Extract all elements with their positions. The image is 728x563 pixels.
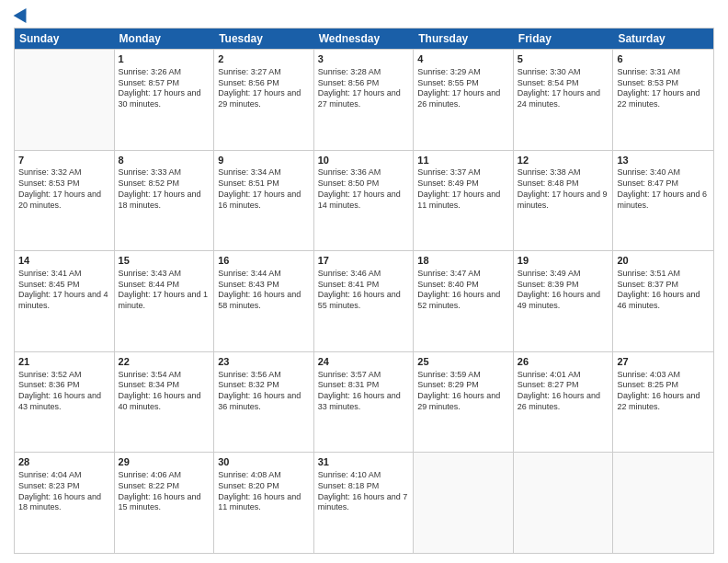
calendar-cell bbox=[15, 50, 115, 150]
calendar-cell: 7Sunrise: 3:32 AM Sunset: 8:53 PM Daylig… bbox=[15, 151, 115, 251]
calendar-cell: 25Sunrise: 3:59 AM Sunset: 8:29 PM Dayli… bbox=[414, 352, 514, 453]
day-number: 10 bbox=[318, 154, 410, 167]
calendar-cell: 30Sunrise: 4:08 AM Sunset: 8:20 PM Dayli… bbox=[214, 453, 314, 553]
cell-info: Sunrise: 3:59 AM Sunset: 8:29 PM Dayligh… bbox=[417, 370, 509, 413]
cell-info: Sunrise: 3:43 AM Sunset: 8:44 PM Dayligh… bbox=[119, 269, 210, 312]
day-number: 11 bbox=[417, 154, 509, 167]
day-number: 14 bbox=[18, 254, 110, 268]
day-number: 31 bbox=[318, 455, 410, 469]
day-number: 22 bbox=[119, 355, 210, 369]
cell-info: Sunrise: 3:30 AM Sunset: 8:54 PM Dayligh… bbox=[518, 67, 609, 110]
calendar-cell: 28Sunrise: 4:04 AM Sunset: 8:23 PM Dayli… bbox=[15, 453, 115, 553]
header-day-saturday: Saturday bbox=[613, 29, 713, 49]
cell-info: Sunrise: 3:56 AM Sunset: 8:32 PM Dayligh… bbox=[218, 370, 310, 413]
calendar-cell: 6Sunrise: 3:31 AM Sunset: 8:53 PM Daylig… bbox=[613, 50, 713, 150]
calendar: SundayMondayTuesdayWednesdayThursdayFrid… bbox=[14, 28, 714, 554]
cell-info: Sunrise: 4:01 AM Sunset: 8:27 PM Dayligh… bbox=[518, 370, 609, 413]
calendar-cell: 26Sunrise: 4:01 AM Sunset: 8:27 PM Dayli… bbox=[514, 352, 614, 453]
cell-info: Sunrise: 3:38 AM Sunset: 8:48 PM Dayligh… bbox=[518, 167, 609, 211]
cell-info: Sunrise: 3:54 AM Sunset: 8:34 PM Dayligh… bbox=[119, 370, 210, 413]
day-number: 21 bbox=[18, 355, 110, 369]
day-number: 5 bbox=[518, 52, 609, 66]
cell-info: Sunrise: 3:29 AM Sunset: 8:55 PM Dayligh… bbox=[417, 67, 509, 110]
day-number: 8 bbox=[119, 154, 210, 167]
day-number: 19 bbox=[518, 254, 609, 268]
cell-info: Sunrise: 4:08 AM Sunset: 8:20 PM Dayligh… bbox=[218, 470, 310, 513]
calendar-cell: 14Sunrise: 3:41 AM Sunset: 8:45 PM Dayli… bbox=[15, 251, 115, 351]
day-number: 29 bbox=[119, 455, 210, 469]
day-number: 4 bbox=[417, 52, 509, 66]
calendar-cell: 17Sunrise: 3:46 AM Sunset: 8:41 PM Dayli… bbox=[314, 251, 415, 351]
calendar-cell: 21Sunrise: 3:52 AM Sunset: 8:36 PM Dayli… bbox=[15, 352, 115, 453]
day-number: 12 bbox=[518, 154, 609, 167]
day-number: 28 bbox=[18, 455, 110, 469]
calendar-cell: 31Sunrise: 4:10 AM Sunset: 8:18 PM Dayli… bbox=[314, 453, 415, 553]
calendar-cell: 13Sunrise: 3:40 AM Sunset: 8:47 PM Dayli… bbox=[613, 151, 713, 251]
header-day-friday: Friday bbox=[514, 29, 614, 49]
calendar-cell: 20Sunrise: 3:51 AM Sunset: 8:37 PM Dayli… bbox=[613, 251, 713, 351]
day-number: 20 bbox=[617, 254, 710, 268]
calendar-week-2: 7Sunrise: 3:32 AM Sunset: 8:53 PM Daylig… bbox=[15, 150, 713, 251]
cell-info: Sunrise: 3:36 AM Sunset: 8:50 PM Dayligh… bbox=[318, 167, 410, 211]
cell-info: Sunrise: 3:28 AM Sunset: 8:56 PM Dayligh… bbox=[318, 67, 410, 110]
logo bbox=[14, 9, 30, 22]
logo-triangle-icon bbox=[14, 5, 33, 23]
page: SundayMondayTuesdayWednesdayThursdayFrid… bbox=[0, 0, 728, 563]
cell-info: Sunrise: 3:40 AM Sunset: 8:47 PM Dayligh… bbox=[617, 167, 710, 211]
cell-info: Sunrise: 4:04 AM Sunset: 8:23 PM Dayligh… bbox=[18, 470, 110, 513]
day-number: 18 bbox=[417, 254, 509, 268]
calendar-header: SundayMondayTuesdayWednesdayThursdayFrid… bbox=[15, 29, 713, 49]
calendar-cell: 8Sunrise: 3:33 AM Sunset: 8:52 PM Daylig… bbox=[115, 151, 215, 251]
cell-info: Sunrise: 3:26 AM Sunset: 8:57 PM Dayligh… bbox=[119, 67, 210, 110]
logo-line bbox=[14, 9, 30, 22]
day-number: 24 bbox=[318, 355, 410, 369]
calendar-week-3: 14Sunrise: 3:41 AM Sunset: 8:45 PM Dayli… bbox=[15, 250, 713, 351]
day-number: 17 bbox=[318, 254, 410, 268]
cell-info: Sunrise: 3:49 AM Sunset: 8:39 PM Dayligh… bbox=[518, 269, 609, 312]
calendar-cell: 10Sunrise: 3:36 AM Sunset: 8:50 PM Dayli… bbox=[314, 151, 415, 251]
cell-info: Sunrise: 4:03 AM Sunset: 8:25 PM Dayligh… bbox=[617, 370, 710, 413]
calendar-cell: 16Sunrise: 3:44 AM Sunset: 8:43 PM Dayli… bbox=[214, 251, 314, 351]
calendar-cell: 29Sunrise: 4:06 AM Sunset: 8:22 PM Dayli… bbox=[115, 453, 215, 553]
calendar-week-4: 21Sunrise: 3:52 AM Sunset: 8:36 PM Dayli… bbox=[15, 351, 713, 453]
day-number: 7 bbox=[18, 154, 110, 167]
header-day-monday: Monday bbox=[115, 29, 215, 49]
calendar-cell: 11Sunrise: 3:37 AM Sunset: 8:49 PM Dayli… bbox=[414, 151, 514, 251]
header-day-wednesday: Wednesday bbox=[314, 29, 415, 49]
day-number: 13 bbox=[617, 154, 710, 167]
calendar-cell bbox=[613, 453, 713, 553]
calendar-body: 1Sunrise: 3:26 AM Sunset: 8:57 PM Daylig… bbox=[15, 49, 713, 553]
calendar-cell: 1Sunrise: 3:26 AM Sunset: 8:57 PM Daylig… bbox=[115, 50, 215, 150]
cell-info: Sunrise: 4:06 AM Sunset: 8:22 PM Dayligh… bbox=[119, 470, 210, 513]
day-number: 26 bbox=[518, 355, 609, 369]
calendar-cell: 9Sunrise: 3:34 AM Sunset: 8:51 PM Daylig… bbox=[214, 151, 314, 251]
cell-info: Sunrise: 3:27 AM Sunset: 8:56 PM Dayligh… bbox=[218, 67, 310, 110]
cell-info: Sunrise: 3:51 AM Sunset: 8:37 PM Dayligh… bbox=[617, 269, 710, 312]
header bbox=[14, 9, 714, 22]
cell-info: Sunrise: 4:10 AM Sunset: 8:18 PM Dayligh… bbox=[318, 470, 410, 513]
cell-info: Sunrise: 3:57 AM Sunset: 8:31 PM Dayligh… bbox=[318, 370, 410, 413]
day-number: 1 bbox=[119, 52, 210, 66]
day-number: 16 bbox=[218, 254, 310, 268]
cell-info: Sunrise: 3:47 AM Sunset: 8:40 PM Dayligh… bbox=[417, 269, 509, 312]
cell-info: Sunrise: 3:31 AM Sunset: 8:53 PM Dayligh… bbox=[617, 67, 710, 110]
day-number: 30 bbox=[218, 455, 310, 469]
day-number: 27 bbox=[617, 355, 710, 369]
calendar-week-5: 28Sunrise: 4:04 AM Sunset: 8:23 PM Dayli… bbox=[15, 452, 713, 553]
cell-info: Sunrise: 3:52 AM Sunset: 8:36 PM Dayligh… bbox=[18, 370, 110, 413]
day-number: 2 bbox=[218, 52, 310, 66]
day-number: 6 bbox=[617, 52, 710, 66]
calendar-cell bbox=[514, 453, 614, 553]
day-number: 9 bbox=[218, 154, 310, 167]
calendar-cell: 23Sunrise: 3:56 AM Sunset: 8:32 PM Dayli… bbox=[214, 352, 314, 453]
day-number: 3 bbox=[318, 52, 410, 66]
calendar-cell: 2Sunrise: 3:27 AM Sunset: 8:56 PM Daylig… bbox=[214, 50, 314, 150]
cell-info: Sunrise: 3:44 AM Sunset: 8:43 PM Dayligh… bbox=[218, 269, 310, 312]
calendar-cell: 3Sunrise: 3:28 AM Sunset: 8:56 PM Daylig… bbox=[314, 50, 415, 150]
header-day-tuesday: Tuesday bbox=[214, 29, 314, 49]
calendar-cell: 27Sunrise: 4:03 AM Sunset: 8:25 PM Dayli… bbox=[613, 352, 713, 453]
header-day-sunday: Sunday bbox=[15, 29, 115, 49]
calendar-cell bbox=[414, 453, 514, 553]
calendar-cell: 15Sunrise: 3:43 AM Sunset: 8:44 PM Dayli… bbox=[115, 251, 215, 351]
header-day-thursday: Thursday bbox=[414, 29, 514, 49]
